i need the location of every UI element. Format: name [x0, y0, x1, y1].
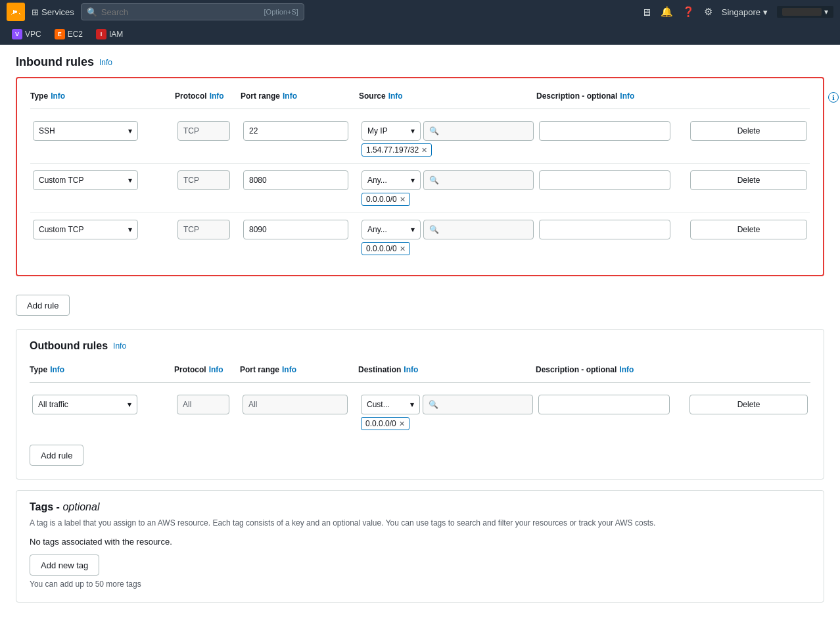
port-input-1[interactable] [243, 170, 348, 190]
account-chevron: ▾ [824, 7, 828, 16]
out-col-protocol: Protocol Info [174, 362, 240, 377]
desc-input-2[interactable] [539, 220, 670, 239]
source-info-link[interactable]: Info [388, 91, 403, 101]
out-desc-input-0[interactable] [538, 395, 670, 414]
vpc-label: VPC [25, 30, 41, 39]
out-port-cell-0: All [240, 393, 358, 416]
protocol-info-link[interactable]: Info [210, 91, 224, 101]
add-new-tag-button[interactable]: Add new tag [30, 555, 99, 576]
side-info-icon[interactable]: ℹ [828, 92, 839, 103]
out-col-type: Type Info [30, 362, 174, 377]
main-content: Inbound rules Info Type Info Protocol In… [0, 45, 840, 617]
col-description: Description - optional Info [536, 89, 688, 103]
source-select-2[interactable]: Any... ▾ [362, 220, 421, 239]
source-cell-2: Any... ▾ 🔍 0.0.0.0/0 ✕ [359, 218, 536, 257]
out-protocol-info[interactable]: Info [209, 365, 223, 374]
port-input-2[interactable] [243, 220, 348, 239]
protocol-cell-0: TCP [175, 120, 241, 142]
out-col-actions [687, 362, 810, 377]
out-protocol-field-0: All [177, 395, 229, 414]
tags-card: Tags - optional A tag is a label that yo… [16, 490, 824, 603]
tag-remove-2-0[interactable]: ✕ [400, 245, 406, 253]
outbound-title-row: Outbound rules Info [30, 340, 810, 352]
type-select-2[interactable]: Custom TCP ▾ [33, 220, 138, 239]
desc-info-link[interactable]: Info [620, 91, 634, 101]
type-select-1[interactable]: Custom TCP ▾ [33, 170, 138, 190]
out-desc-info[interactable]: Info [619, 365, 634, 374]
region-label: Singapore [722, 7, 760, 17]
out-dest-select-0[interactable]: Cust... ▾ [361, 395, 420, 414]
protocol-field-1: TCP [177, 170, 230, 190]
out-port-field-0: All [243, 395, 348, 414]
search-input[interactable] [101, 7, 233, 17]
can-add-more-label: You can add up to 50 more tags [30, 580, 810, 589]
protocol-field-0: TCP [177, 121, 230, 141]
inbound-add-rule-button[interactable]: Add rule [16, 295, 70, 316]
region-selector[interactable]: Singapore ▾ [722, 7, 768, 17]
nav-icons: 🖥 🔔 ❓ ⚙ Singapore ▾ ▾ [642, 6, 833, 18]
inbound-add-rule-container: Add rule [0, 287, 840, 316]
out-select-chevron-0: ▾ [128, 400, 131, 409]
no-tags-label: No tags associated with the resource. [30, 537, 810, 547]
port-info-link[interactable]: Info [283, 91, 297, 101]
source-row-1: Any... ▾ 🔍 [362, 170, 534, 190]
action-cell-2: Delete [688, 218, 810, 241]
out-type-info[interactable]: Info [50, 365, 64, 374]
aws-logo [7, 3, 25, 21]
tag-remove-0-0[interactable]: ✕ [421, 146, 427, 155]
out-dest-info[interactable]: Info [404, 365, 418, 374]
search-bar: 🔍 [Option+S] [81, 3, 304, 20]
tag-remove-1-0[interactable]: ✕ [400, 195, 406, 204]
col-source: Source Info [359, 89, 536, 103]
out-protocol-cell-0: All [174, 393, 240, 416]
settings-icon[interactable]: ⚙ [704, 6, 712, 18]
help-icon[interactable]: ❓ [682, 6, 695, 18]
source-tag-0-0: 1.54.77.197/32 ✕ [362, 143, 432, 157]
type-select-0[interactable]: SSH ▾ [33, 121, 138, 141]
tags-description: A tag is a label that you assign to an A… [30, 517, 810, 529]
protocol-cell-2: TCP [175, 218, 241, 241]
delete-button-2[interactable]: Delete [690, 220, 807, 239]
out-type-select-0[interactable]: All traffic ▾ [32, 395, 137, 414]
inbound-rule-row-1: Custom TCP ▾ TCP Any... ▾ 🔍 [30, 164, 810, 213]
out-desc-cell-0 [536, 393, 687, 416]
ec2-tab[interactable]: E EC2 [49, 26, 88, 42]
desc-input-1[interactable] [539, 170, 670, 190]
source-select-0[interactable]: My IP ▾ [362, 121, 421, 141]
action-cell-1: Delete [688, 169, 810, 191]
source-select-1[interactable]: Any... ▾ [362, 170, 421, 190]
outbound-info-link[interactable]: Info [113, 341, 126, 351]
tags-title: Tags - optional [30, 501, 99, 512]
account-menu[interactable]: ▾ [777, 6, 833, 18]
outbound-add-rule-button[interactable]: Add rule [30, 445, 83, 466]
out-dest-search-0[interactable]: 🔍 [423, 395, 533, 414]
source-tags-2: 0.0.0.0/0 ✕ [362, 242, 534, 255]
source-cell-0: My IP ▾ 🔍 1.54.77.197/32 ✕ [359, 120, 536, 158]
desc-cell-1 [536, 169, 688, 191]
source-search-icon-0: 🔍 [429, 126, 439, 136]
bell-icon[interactable]: 🔔 [661, 6, 673, 18]
type-info-link[interactable]: Info [51, 91, 65, 101]
inbound-title: Inbound rules [16, 55, 94, 69]
port-input-0[interactable] [243, 121, 348, 141]
out-dest-tags-0: 0.0.0.0/0 ✕ [361, 417, 533, 430]
source-search-0: 🔍 [423, 121, 534, 141]
services-menu-button[interactable]: ⊞ Services [32, 7, 74, 17]
out-dest-chevron-0: ▾ [410, 400, 414, 409]
out-delete-button-0[interactable]: Delete [689, 395, 808, 414]
out-port-info[interactable]: Info [282, 365, 296, 374]
iam-tab[interactable]: I IAM [91, 26, 128, 42]
col-actions [688, 89, 810, 103]
desc-input-0[interactable] [539, 121, 670, 141]
col-protocol: Protocol Info [175, 89, 241, 103]
delete-button-1[interactable]: Delete [690, 170, 807, 190]
out-tag-remove-0-0[interactable]: ✕ [399, 420, 405, 428]
delete-button-0[interactable]: Delete [690, 121, 807, 141]
source-chevron-2: ▾ [411, 225, 415, 234]
inbound-info-link[interactable]: Info [99, 58, 112, 67]
monitor-icon[interactable]: 🖥 [642, 7, 651, 18]
side-info-panel: ℹ [827, 92, 840, 103]
type-cell-2: Custom TCP ▾ [30, 218, 175, 241]
vpc-tab[interactable]: V VPC [7, 26, 47, 42]
page-footer: Cancel Create security group [0, 613, 840, 617]
